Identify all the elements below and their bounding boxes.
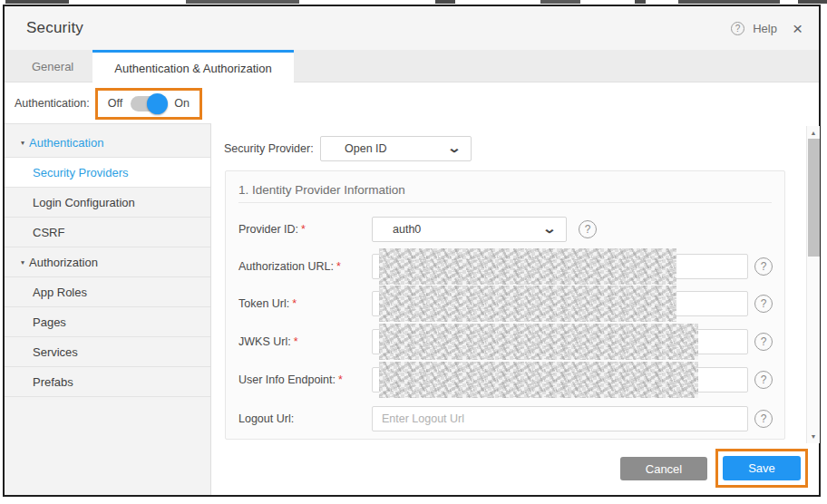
save-button[interactable]: Save	[723, 456, 801, 480]
sidebar-item-label: Services	[33, 345, 78, 359]
sidebar-item-prefabs[interactable]: Prefabs	[5, 367, 210, 397]
identity-provider-panel: 1. Identity Provider Information Provide…	[225, 170, 785, 440]
field-label: Token Url:	[238, 297, 289, 310]
scrollbar-thumb[interactable]	[808, 139, 820, 257]
field-label: User Info Endpoint:	[238, 373, 336, 386]
caret-down-icon: ▾	[21, 139, 24, 146]
highlight-box-save: Save	[715, 449, 808, 488]
logout-url-input[interactable]	[372, 406, 748, 431]
header-actions: ? Help ×	[731, 20, 803, 37]
sidebar-item-csrf[interactable]: CSRF	[5, 218, 210, 247]
security-provider-select[interactable]: Open ID ⌄	[320, 136, 472, 161]
sidebar-item-label: Authentication	[29, 136, 103, 150]
provider-id-value: auth0	[393, 223, 421, 236]
tab-general[interactable]: General	[13, 50, 92, 82]
help-link[interactable]: Help	[753, 22, 777, 35]
sidebar-item-label: Authorization	[29, 256, 98, 269]
security-dialog: Security ? Help × General Authentication…	[3, 5, 821, 497]
token-url-input[interactable]	[372, 291, 748, 316]
required-mark: *	[294, 335, 298, 348]
help-icon[interactable]: ?	[754, 257, 773, 276]
sidebar-item-label: CSRF	[33, 226, 64, 239]
field-label: Logout Url:	[238, 412, 294, 425]
section-title: 1. Identity Provider Information	[238, 183, 405, 197]
authorization-url-input[interactable]	[372, 254, 748, 279]
sidebar-item-login-configuration[interactable]: Login Configuration	[5, 188, 210, 218]
vertical-scrollbar[interactable]: ▲ ▼	[806, 126, 820, 443]
sidebar-item-services[interactable]: Services	[5, 337, 210, 367]
chevron-down-icon: ⌄	[447, 141, 462, 155]
security-provider-value: Open ID	[345, 142, 387, 155]
toggle-on-label: On	[174, 97, 190, 110]
sidebar-item-label: App Roles	[33, 286, 87, 299]
tab-bar: General Authentication & Authorization	[5, 50, 819, 82]
sidebar-item-label: Login Configuration	[33, 196, 135, 209]
required-mark: *	[336, 260, 341, 273]
close-icon[interactable]: ×	[793, 20, 803, 37]
highlight-box-toggle: Off On	[95, 88, 202, 120]
page-title: Security	[26, 19, 83, 37]
help-icon[interactable]: ?	[579, 220, 597, 238]
dialog-body: ▾ Authentication Security Providers Logi…	[5, 123, 819, 495]
required-mark: *	[292, 297, 297, 310]
user-info-endpoint-input[interactable]	[372, 367, 748, 393]
toggle-knob	[147, 93, 168, 114]
field-label: Provider ID:	[238, 223, 298, 236]
authentication-toggle-row: Authentication: Off On	[5, 83, 819, 123]
provider-id-select[interactable]: auth0 ⌄	[372, 217, 567, 242]
help-icon[interactable]: ?	[754, 410, 773, 428]
sidebar-item-label: Pages	[33, 315, 66, 329]
security-provider-label: Security Provider:	[224, 142, 320, 155]
field-label: Authorization URL:	[238, 260, 334, 273]
sidebar-item-label: Security Providers	[33, 166, 128, 179]
sidebar-item-label: Prefabs	[33, 375, 73, 389]
sidebar-group-authorization[interactable]: ▾ Authorization	[5, 247, 210, 277]
sidebar-item-pages[interactable]: Pages	[5, 307, 210, 337]
sidebar-group-authentication[interactable]: ▾ Authentication	[5, 128, 210, 158]
required-mark: *	[301, 223, 306, 236]
sidebar-item-security-providers[interactable]: Security Providers	[5, 158, 210, 188]
scroll-down-icon[interactable]: ▼	[807, 433, 820, 440]
security-provider-row: Security Provider: Open ID ⌄	[224, 136, 472, 161]
scroll-up-icon[interactable]: ▲	[807, 130, 820, 136]
authentication-label: Authentication:	[15, 97, 90, 110]
chevron-down-icon: ⌄	[542, 221, 557, 236]
help-icon[interactable]: ?	[731, 22, 744, 35]
section-divider	[238, 202, 772, 203]
toggle-off-label: Off	[108, 97, 122, 110]
authentication-toggle[interactable]	[131, 96, 166, 111]
required-mark: *	[338, 373, 343, 386]
help-icon[interactable]: ?	[754, 295, 773, 313]
field-label: JWKS Url:	[238, 335, 291, 348]
main-content: Security Provider: Open ID ⌄ 1. Identity…	[212, 123, 819, 495]
cancel-button[interactable]: Cancel	[620, 457, 707, 480]
sidebar-item-app-roles[interactable]: App Roles	[5, 277, 210, 307]
tab-authentication-authorization[interactable]: Authentication & Authorization	[92, 50, 293, 83]
jwks-url-input[interactable]	[372, 329, 748, 354]
help-icon[interactable]: ?	[754, 371, 773, 389]
dialog-header: Security ? Help ×	[5, 6, 819, 50]
caret-down-icon: ▾	[21, 258, 24, 266]
sidebar: ▾ Authentication Security Providers Logi…	[5, 123, 211, 495]
help-icon[interactable]: ?	[754, 333, 773, 351]
